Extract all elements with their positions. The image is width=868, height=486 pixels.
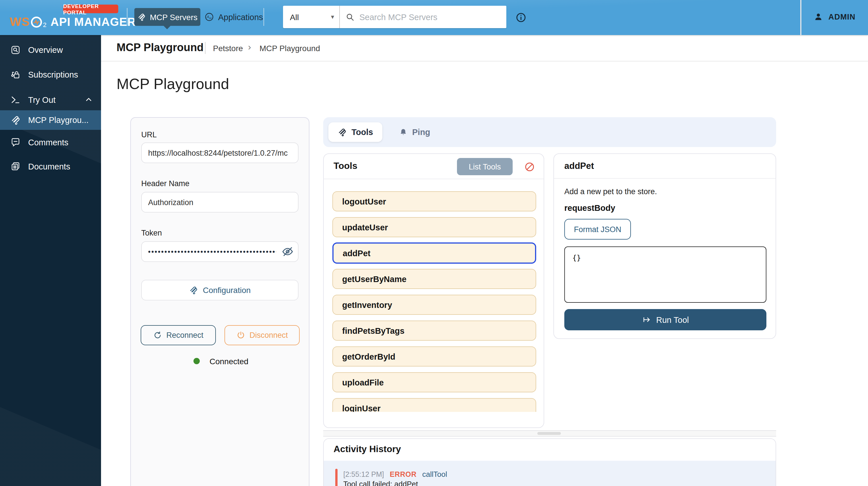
activity-history-header: Activity History: [324, 439, 776, 461]
sidebar-item-mcp-playground[interactable]: MCP Playgrou...: [0, 110, 101, 130]
refresh-icon: [153, 331, 162, 340]
tool-item[interactable]: loginUser: [332, 398, 536, 412]
activity-entry-marker: [335, 469, 338, 486]
top-bar: DEVELOPER PORTAL WS 2 API MANAGER MCP Se…: [0, 0, 868, 35]
tools-panel-title: Tools: [334, 161, 358, 171]
sidebar-item-subscriptions[interactable]: Subscriptions: [0, 65, 101, 84]
svg-text:A: A: [207, 15, 209, 19]
json-editor[interactable]: {}: [564, 247, 766, 303]
wso2-pulse-icon: [30, 16, 42, 28]
tool-item[interactable]: logoutUser: [332, 191, 536, 211]
tab-ping-label: Ping: [412, 127, 430, 137]
search-scope-value: All: [290, 12, 299, 22]
tool-detail-header: addPet: [554, 154, 776, 179]
list-tools-button[interactable]: List Tools: [457, 158, 513, 175]
brand-subscript: 2: [43, 21, 46, 28]
mcp-logo-icon: [189, 286, 198, 295]
tool-item[interactable]: getInventory: [332, 295, 536, 315]
topbar-divider-middle: [264, 8, 264, 26]
activity-method: callTool: [422, 470, 447, 479]
user-icon: [813, 12, 823, 22]
breadcrumb-link-petstore[interactable]: Petstore: [213, 44, 243, 53]
header-name-input[interactable]: [141, 192, 299, 212]
format-json-button-label: Format JSON: [574, 225, 621, 233]
info-icon[interactable]: [516, 12, 526, 23]
tool-item[interactable]: findPetsByTags: [332, 320, 536, 341]
tool-description: Add a new pet to the store.: [564, 187, 657, 196]
overview-icon: [10, 45, 21, 55]
reconnect-button[interactable]: Reconnect: [141, 325, 216, 345]
applications-icon: A pp: [205, 12, 214, 22]
block-icon[interactable]: [524, 162, 535, 172]
page-title: MCP Playground: [117, 75, 229, 93]
tool-item[interactable]: updateUser: [332, 217, 536, 237]
configuration-button-label: Configuration: [203, 286, 251, 295]
token-label: Token: [141, 229, 162, 237]
activity-timestamp: [2:55:12 PM]: [343, 470, 384, 479]
status-dot: [193, 358, 200, 364]
nav-tab-mcp-servers-label: MCP Servers: [150, 12, 197, 22]
url-label: URL: [141, 131, 157, 139]
sidebar-item-try-out[interactable]: Try Out: [0, 90, 101, 110]
mcp-logo-icon: [10, 115, 21, 125]
tools-wrench-icon: [338, 127, 347, 137]
tool-item-selected[interactable]: addPet: [332, 242, 536, 264]
breadcrumb-current: MCP Playground: [259, 44, 320, 53]
user-menu[interactable]: ADMIN: [813, 12, 856, 22]
list-tools-button-label: List Tools: [469, 162, 501, 171]
terminal-icon: [10, 95, 21, 105]
run-arrow-icon: [642, 315, 652, 324]
tool-item[interactable]: uploadFile: [332, 372, 536, 392]
mcp-playground-page: DEVELOPER PORTAL WS 2 API MANAGER MCP Se…: [0, 0, 868, 486]
disconnect-button[interactable]: Disconnect: [224, 325, 300, 345]
sidebar-item-label: Try Out: [28, 95, 56, 105]
chevron-up-icon[interactable]: [85, 96, 92, 104]
token-field: [141, 241, 299, 262]
sidebar-item-label: MCP Playgrou...: [28, 115, 89, 125]
documents-icon: [10, 162, 21, 172]
format-json-button[interactable]: Format JSON: [564, 219, 631, 239]
search-bar: All: [283, 6, 506, 28]
tab-tools[interactable]: Tools: [329, 122, 382, 142]
configuration-button[interactable]: Configuration: [141, 280, 299, 301]
sidebar-item-overview[interactable]: Overview: [0, 40, 101, 60]
tab-ping[interactable]: Ping: [399, 122, 430, 142]
activity-history-body: [2:55:12 PM] ERROR callTool Tool call fa…: [324, 461, 776, 486]
sidebar-item-label: Comments: [28, 138, 68, 147]
tab-tools-label: Tools: [351, 127, 373, 137]
url-input[interactable]: [141, 142, 299, 163]
json-editor-content: {}: [572, 253, 581, 262]
eye-off-icon[interactable]: [281, 245, 294, 258]
topbar-divider-left: [127, 8, 127, 26]
activity-history-title: Activity History: [334, 444, 401, 454]
nav-tab-applications[interactable]: A pp Applications: [205, 8, 263, 26]
sidebar-item-comments[interactable]: Comments: [0, 133, 101, 152]
search-input[interactable]: [355, 6, 506, 28]
horizontal-scrollbar[interactable]: [323, 430, 776, 437]
activity-level-badge: ERROR: [390, 470, 416, 479]
brand-logo[interactable]: WS 2 API MANAGER: [10, 15, 136, 29]
sidebar-item-label: Subscriptions: [28, 70, 78, 79]
bell-icon: [399, 128, 408, 137]
topbar-divider-right: [800, 0, 801, 35]
header-name-label: Header Name: [141, 179, 189, 188]
token-input[interactable]: [141, 241, 299, 262]
tool-item[interactable]: getUserByName: [332, 269, 536, 289]
active-tab-caret: [164, 26, 170, 29]
activity-history-panel: Activity History [2:55:12 PM] ERROR call…: [323, 438, 776, 486]
developer-portal-badge: DEVELOPER PORTAL: [63, 5, 118, 13]
search-scope-select[interactable]: All: [283, 6, 339, 28]
sidebar-item-label: Overview: [28, 46, 63, 55]
tool-item[interactable]: getOrderById: [332, 346, 536, 367]
run-tool-button-label: Run Tool: [656, 315, 689, 324]
reconnect-button-label: Reconnect: [166, 331, 203, 340]
tool-detail-title: addPet: [564, 161, 594, 171]
nav-tab-mcp-servers[interactable]: MCP Servers: [134, 8, 200, 26]
svg-text:pp: pp: [209, 17, 212, 19]
nav-tab-applications-label: Applications: [218, 12, 263, 22]
sidebar-item-documents[interactable]: Documents: [0, 157, 101, 176]
scrollbar-thumb[interactable]: [537, 432, 561, 435]
brand-wso2-text: WS: [10, 15, 30, 29]
mcp-logo-icon: [137, 12, 146, 21]
run-tool-button[interactable]: Run Tool: [564, 309, 766, 330]
